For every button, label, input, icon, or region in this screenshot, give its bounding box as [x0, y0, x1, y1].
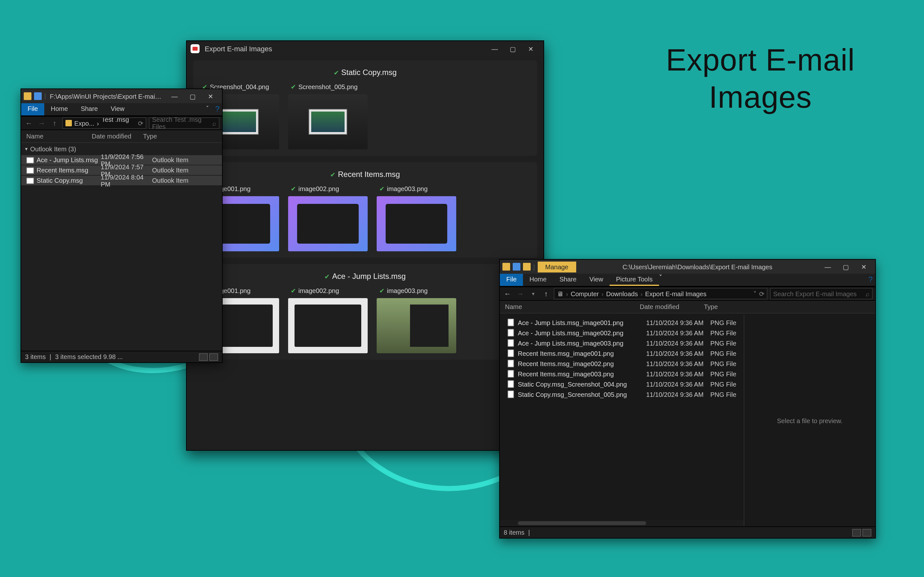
ribbon-collapse-icon[interactable]: ˅ [206, 105, 209, 111]
table-row[interactable]: Ace - Jump Lists.msg_image001.png 11/10/… [500, 318, 744, 327]
file-date: 11/10/2024 9:36 AM [646, 319, 710, 326]
image-thumbnail[interactable] [288, 94, 368, 149]
horizontal-scrollbar[interactable] [500, 520, 744, 526]
table-row[interactable]: Static Copy.msg_Screenshot_005.png 11/10… [500, 389, 744, 400]
refresh-icon[interactable]: ⟳ [759, 290, 764, 297]
file-date: 11/10/2024 9:36 AM [646, 391, 710, 398]
share-tab[interactable]: Share [553, 274, 583, 286]
image-label: ✔Screenshot_005.png [288, 82, 368, 92]
image-thumbnail[interactable] [288, 196, 368, 251]
col-date[interactable]: Date modified [640, 303, 704, 310]
col-name[interactable]: Name [500, 303, 640, 310]
view-large-icon[interactable] [209, 353, 218, 361]
image-item[interactable]: ✔Screenshot_005.png [288, 82, 368, 149]
minimize-button[interactable]: — [166, 89, 184, 103]
image-thumbnail[interactable] [376, 298, 456, 353]
manage-tab[interactable]: Manage [537, 261, 576, 272]
columns-header[interactable]: Name Date modified Type [500, 301, 875, 314]
titlebar[interactable]: | Manage C:\Users\Jeremiah\Downloads\Exp… [500, 259, 875, 274]
file-date: 11/10/2024 9:36 AM [646, 350, 710, 357]
preview-pane: Select a file to preview. [744, 315, 875, 526]
search-input[interactable]: Search Test .msg Files ⌕ [149, 117, 220, 129]
mail-icon [26, 157, 34, 163]
table-row[interactable]: Recent Items.msg_image001.png 11/10/2024… [500, 348, 744, 358]
image-thumbnail[interactable] [288, 298, 368, 353]
minimize-button[interactable]: — [486, 42, 504, 56]
breadcrumb-seg[interactable]: Export E-mail Images [645, 290, 706, 297]
table-row[interactable]: Recent Items.msg_image002.png 11/10/2024… [500, 358, 744, 369]
image-item[interactable]: ✔image003.png [376, 184, 456, 251]
back-button[interactable]: ← [502, 290, 513, 298]
file-name: Recent Items.msg_image001.png [518, 350, 646, 357]
col-type[interactable]: Type [143, 133, 222, 140]
columns-header[interactable]: Name Date modified Type [21, 130, 222, 143]
maximize-button[interactable]: ▢ [837, 259, 855, 274]
folder-icon [34, 92, 42, 100]
export-section: ✔Recent Items.msg✔image001.png ✔image002… [193, 162, 537, 258]
folder-icon [513, 263, 520, 271]
image-item[interactable]: ✔image002.png [288, 286, 368, 353]
file-tab[interactable]: File [21, 103, 44, 115]
breadcrumb-seg[interactable]: Expo... [74, 119, 94, 127]
mail-icon [26, 177, 34, 184]
maximize-button[interactable]: ▢ [504, 42, 522, 56]
check-icon: ✔ [291, 287, 296, 294]
image-item[interactable]: ✔image002.png [288, 184, 368, 251]
app-icon [191, 44, 200, 53]
forward-button[interactable]: → [37, 119, 47, 127]
close-button[interactable]: ✕ [522, 42, 540, 56]
up-button[interactable]: ↑ [541, 290, 551, 298]
maximize-button[interactable]: ▢ [184, 89, 202, 103]
col-name[interactable]: Name [21, 133, 92, 140]
quick-access-icons: | [24, 92, 46, 100]
home-tab[interactable]: Home [523, 274, 553, 286]
app-title: Export E-mail Images [205, 45, 481, 53]
check-icon: ✔ [330, 171, 335, 178]
forward-button[interactable]: → [515, 290, 525, 298]
view-tab[interactable]: View [104, 103, 131, 115]
view-large-icon[interactable] [863, 529, 871, 536]
breadcrumb[interactable]: Expo... › Test .msg ... ⟳ [62, 117, 146, 129]
help-icon[interactable]: ? [215, 105, 220, 113]
view-details-icon[interactable] [852, 529, 861, 536]
home-tab[interactable]: Home [44, 103, 74, 115]
table-row[interactable]: Ace - Jump Lists.msg_image002.png 11/10/… [500, 327, 744, 338]
table-row[interactable]: Ace - Jump Lists.msg_image003.png 11/10/… [500, 338, 744, 348]
back-button[interactable]: ← [24, 119, 34, 127]
breadcrumb-seg[interactable]: Computer [571, 290, 599, 297]
image-item[interactable]: ✔image003.png [376, 286, 456, 353]
table-row[interactable]: Static Copy.msg 11/9/2024 8:04 PM Outloo… [21, 176, 222, 186]
explorer-window-emails: | F:\Apps\WinUI Projects\Export E-mail I… [21, 89, 223, 363]
search-input[interactable]: Search Export E-mail Images ⌕ [770, 288, 873, 300]
history-button[interactable]: ▾ [528, 291, 538, 297]
share-tab[interactable]: Share [74, 103, 104, 115]
file-name: Ace - Jump Lists.msg_image003.png [518, 340, 646, 347]
app-titlebar[interactable]: Export E-mail Images — ▢ ✕ [187, 41, 543, 56]
col-type[interactable]: Type [704, 303, 875, 310]
up-button[interactable]: ↑ [49, 119, 60, 127]
file-type: Outlook Item [152, 156, 222, 163]
view-tab[interactable]: View [583, 274, 610, 286]
section-title: ✔Static Copy.msg [193, 65, 537, 82]
table-row[interactable]: Static Copy.msg_Screenshot_004.png 11/10… [500, 379, 744, 389]
titlebar[interactable]: | F:\Apps\WinUI Projects\Export E-mail I… [21, 89, 222, 103]
minimize-button[interactable]: — [819, 259, 837, 274]
breadcrumb-seg[interactable]: Test .msg ... [102, 117, 136, 129]
breadcrumb-seg[interactable]: Downloads [606, 290, 638, 297]
breadcrumb[interactable]: 🖥 › Computer › Downloads › Export E-mail… [554, 288, 767, 300]
col-date[interactable]: Date modified [92, 133, 143, 140]
image-thumbnail[interactable] [376, 196, 456, 251]
close-button[interactable]: ✕ [202, 89, 220, 103]
close-button[interactable]: ✕ [855, 259, 873, 274]
export-section: ✔Static Copy.msg✔Screenshot_004.png ✔Scr… [193, 60, 537, 156]
view-details-icon[interactable] [199, 353, 208, 361]
file-tab[interactable]: File [500, 274, 523, 286]
file-type: PNG File [710, 391, 744, 398]
dropdown-icon[interactable]: ˅ [753, 290, 756, 297]
picture-tools-tab[interactable]: Picture Tools [610, 274, 659, 286]
table-row[interactable]: Recent Items.msg_image003.png 11/10/2024… [500, 369, 744, 379]
ribbon-collapse-icon[interactable]: ˅ [659, 274, 662, 286]
help-icon[interactable]: ? [869, 275, 873, 284]
refresh-icon[interactable]: ⟳ [138, 119, 143, 127]
divider: | [49, 353, 51, 360]
